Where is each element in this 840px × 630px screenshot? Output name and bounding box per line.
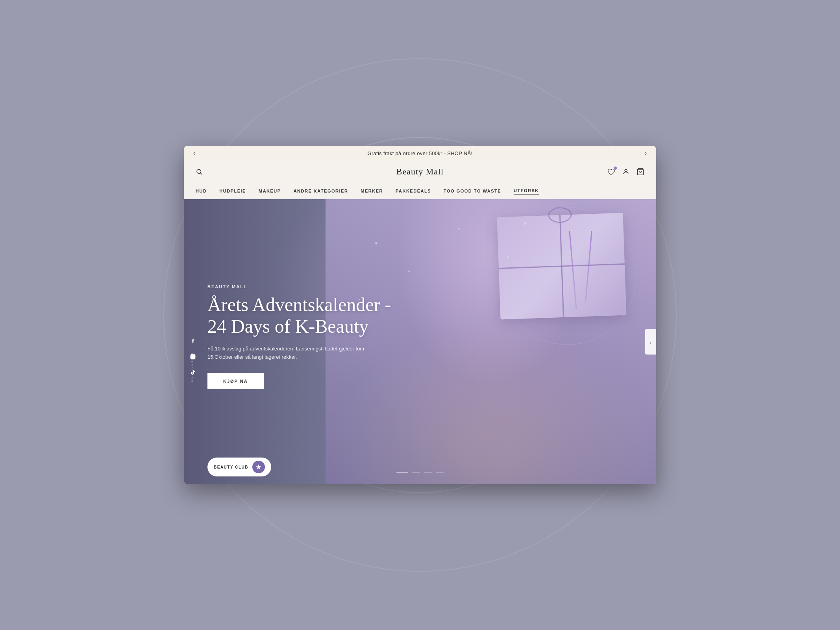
announcement-next-button[interactable]: ›: [642, 148, 650, 158]
site-logo[interactable]: Beauty Mall: [396, 167, 444, 177]
nav-item-andre[interactable]: ANDRE KATEGORIER: [294, 189, 348, 194]
svg-point-5: [192, 356, 194, 358]
carousel-dot-3[interactable]: [424, 472, 432, 472]
search-button[interactable]: [196, 168, 203, 175]
announcement-prev-button[interactable]: ‹: [190, 148, 198, 158]
nav-item-pakkedeals[interactable]: PAKKEDEALS: [396, 189, 431, 194]
account-button[interactable]: [622, 168, 629, 176]
carousel-dots: [396, 472, 444, 472]
hero-section: NEWSLETTER BEAUTY MALL Årets Adventskale…: [184, 199, 656, 484]
wishlist-badge: [614, 167, 617, 170]
svg-point-2: [625, 169, 627, 172]
carousel-dot-4[interactable]: [436, 472, 444, 472]
cart-icon: [636, 168, 644, 176]
nav-item-hudpleie[interactable]: HUDPLEIE: [219, 189, 246, 194]
hero-title: Årets Adventskalender - 24 Days of K-Bea…: [207, 294, 404, 337]
nav-item-toogood[interactable]: TOO GOOD TO WASTE: [444, 189, 501, 194]
svg-line-1: [200, 173, 202, 174]
beauty-club-button[interactable]: BEAUTY CLUB: [207, 458, 271, 476]
cart-button[interactable]: [636, 168, 644, 176]
social-sidebar: [184, 199, 202, 484]
nav-item-merker[interactable]: MERKER: [361, 189, 383, 194]
tiktok-icon[interactable]: [188, 367, 198, 379]
hero-brand-label: BEAUTY MALL: [207, 284, 404, 289]
header-right: [607, 168, 644, 176]
beauty-club-label: BEAUTY CLUB: [214, 465, 248, 469]
header: Beauty Mall: [184, 161, 656, 183]
facebook-icon[interactable]: [188, 336, 198, 348]
nav-item-hud[interactable]: HUD: [196, 189, 207, 194]
header-left: [196, 168, 203, 175]
carousel-dot-2[interactable]: [412, 472, 420, 472]
nav-item-utforsk[interactable]: UTFORSK: [514, 188, 539, 195]
cta-button[interactable]: KJØP NÅ: [207, 373, 264, 389]
hero-description: Få 10% avslag på adventskalenderen. Lans…: [207, 345, 373, 361]
navigation-bar: HUD HUDPLEIE MAKEUP ANDRE KATEGORIER MER…: [184, 183, 656, 199]
scroll-right-button[interactable]: ›: [645, 329, 656, 355]
hero-content: BEAUTY MALL Årets Adventskalender - 24 D…: [207, 284, 404, 389]
beauty-club-icon: [252, 461, 265, 473]
browser-window: ‹ Gratis frakt på ordre over 500kr - SHO…: [184, 146, 656, 484]
instagram-icon[interactable]: [188, 352, 198, 363]
account-icon: [622, 168, 629, 176]
announcement-text: Gratis frakt på ordre over 500kr - SHOP …: [368, 150, 473, 156]
svg-point-6: [194, 355, 194, 356]
search-icon: [196, 168, 203, 175]
wishlist-button[interactable]: [607, 168, 615, 175]
nav-item-makeup[interactable]: MAKEUP: [259, 189, 281, 194]
svg-point-0: [197, 169, 201, 174]
announcement-bar: ‹ Gratis frakt på ordre over 500kr - SHO…: [184, 146, 656, 161]
carousel-dot-1[interactable]: [396, 472, 408, 472]
